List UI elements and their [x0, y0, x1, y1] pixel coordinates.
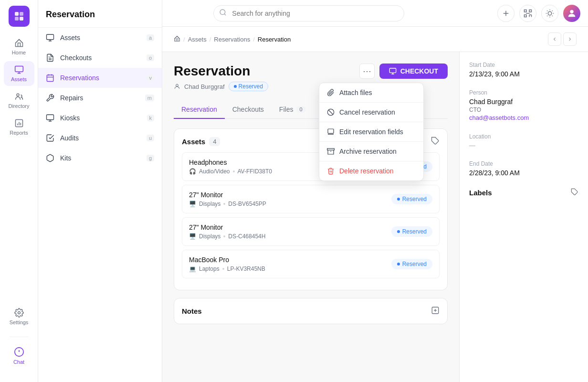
topbar	[162, 0, 588, 27]
dropdown-attach-label: Attach files	[339, 89, 372, 96]
svg-line-31	[547, 11, 547, 11]
notes-title: Notes	[182, 307, 202, 315]
sidebar-item-kiosks-shortcut: k	[147, 115, 155, 121]
nav-assets[interactable]: Assets	[4, 61, 34, 86]
sidebar-item-assets-shortcut: a	[147, 34, 154, 41]
dropdown-archive[interactable]: Archive reservation	[319, 142, 423, 161]
dropdown-delete[interactable]: Delete reservation	[319, 161, 423, 180]
tab-checkouts[interactable]: Checkouts	[225, 101, 272, 119]
tab-reservation[interactable]: Reservation	[174, 101, 225, 119]
breadcrumb-home-icon[interactable]	[174, 35, 180, 43]
sidebar-item-repairs[interactable]: Repairs m	[38, 88, 162, 108]
breadcrumb-sep-2: /	[210, 36, 211, 43]
dot-1	[223, 203, 225, 205]
breadcrumb-reservation: Reservation	[258, 36, 291, 43]
sidebar-item-kits[interactable]: Kits g	[38, 148, 162, 168]
right-panel: Start Date 2/13/23, 9:00 AM Person Chad …	[459, 52, 588, 382]
asset-row-macbook[interactable]: MacBook Pro 💻 Laptops LP-KV3R45NB Reserv…	[182, 250, 440, 278]
sidebar-item-audits-label: Audits	[60, 134, 79, 142]
notes-header: Notes	[182, 306, 440, 316]
svg-rect-5	[15, 66, 23, 72]
svg-point-8	[18, 312, 20, 314]
user-avatar[interactable]	[563, 5, 580, 22]
person-name-value: Chad Burggraf	[469, 98, 578, 106]
svg-line-41	[328, 110, 333, 114]
sidebar-item-audits[interactable]: Audits u	[38, 128, 162, 148]
asset-category-0: Audio/Video	[199, 168, 230, 175]
edit-icon	[327, 128, 335, 136]
labels-section: Labels	[469, 188, 578, 197]
app-logo[interactable]	[9, 6, 30, 27]
assets-card-title: Assets 4	[182, 137, 220, 146]
page-meta: Chad Burggraf Reserved	[174, 82, 268, 91]
sidebar-item-kiosks[interactable]: Kiosks k	[38, 108, 162, 128]
search-input[interactable]	[213, 5, 404, 21]
breadcrumb-nav	[548, 32, 577, 46]
end-date-label: End Date	[469, 160, 578, 167]
checkout-button[interactable]: CHECKOUT	[379, 64, 448, 79]
dropdown-cancel[interactable]: Cancel reservation	[319, 103, 423, 122]
svg-point-28	[548, 11, 552, 15]
more-options-button[interactable]: ⋯	[359, 64, 375, 79]
sidebar-item-assets-label: Assets	[60, 34, 80, 42]
sidebar: Reservation Assets a Checkouts o Reserva…	[38, 0, 162, 382]
person-email[interactable]: chad@assetbots.com	[469, 114, 529, 121]
breadcrumb-assets[interactable]: Assets	[188, 36, 207, 43]
svg-rect-2	[15, 17, 19, 21]
add-button[interactable]	[497, 5, 514, 22]
asset-row-monitor-2[interactable]: 27" Monitor 🖥️ Displays DS-C468454H Rese…	[182, 217, 440, 246]
sidebar-item-kits-shortcut: g	[147, 155, 154, 161]
tab-checkouts-label: Checkouts	[232, 106, 264, 113]
nav-directory[interactable]: Directory	[4, 88, 34, 113]
asset-tag-3: LP-KV3R45NB	[227, 265, 265, 272]
dropdown-edit[interactable]: Edit reservation fields	[319, 122, 423, 141]
nav-home[interactable]: Home	[4, 34, 34, 59]
asset-tag-0: AV-FFID38T0	[238, 168, 272, 175]
breadcrumb-reservations[interactable]: Reservations	[214, 36, 250, 43]
asset-name-headphones: Headphones	[189, 159, 272, 166]
sidebar-item-reservations-label: Reservations	[60, 74, 99, 82]
assets-tag-button[interactable]	[431, 137, 440, 147]
sidebar-item-assets[interactable]: Assets a	[38, 28, 162, 48]
sidebar-item-reservations[interactable]: Reservations v	[38, 68, 162, 88]
sidebar-title: Reservation	[38, 0, 162, 28]
svg-point-37	[570, 10, 573, 13]
nav-settings[interactable]: Settings	[4, 304, 34, 329]
breadcrumb-sep-3: /	[253, 36, 255, 43]
svg-rect-44	[327, 149, 335, 150]
trash-icon	[327, 167, 335, 175]
theme-toggle[interactable]	[541, 5, 558, 22]
svg-rect-21	[524, 10, 526, 12]
page-header: Reservation Chad Burggraf Reserved	[174, 64, 448, 91]
tab-files-count: 0	[296, 106, 305, 113]
dropdown-attach[interactable]: Attach files	[319, 83, 423, 102]
paperclip-icon	[327, 89, 335, 96]
breadcrumb-back[interactable]	[548, 32, 561, 46]
sidebar-item-checkouts[interactable]: Checkouts o	[38, 48, 162, 68]
labels-tag-button[interactable]	[571, 188, 578, 197]
svg-line-32	[552, 15, 553, 16]
asset-category-3: Laptops	[199, 265, 220, 272]
add-note-button[interactable]	[431, 306, 440, 316]
location-label: Location	[469, 133, 578, 140]
page-title: Reservation	[174, 64, 268, 79]
asset-info-macbook: MacBook Pro 💻 Laptops LP-KV3R45NB	[189, 256, 265, 272]
dot-0	[233, 170, 235, 172]
asset-status-3: Reserved	[391, 259, 432, 269]
nav-reports[interactable]: Reports	[4, 115, 34, 139]
location-value: —	[469, 142, 578, 149]
nav-chat[interactable]: Chat	[4, 343, 34, 369]
sidebar-item-repairs-label: Repairs	[60, 94, 83, 102]
nav-chat-label: Chat	[13, 359, 24, 365]
svg-point-18	[220, 10, 225, 15]
assets-count: 4	[209, 137, 220, 146]
start-date-label: Start Date	[469, 62, 578, 68]
asset-meta-headphones: 🎧 Audio/Video AV-FFID38T0	[189, 168, 272, 175]
assets-title-text: Assets	[182, 138, 205, 146]
asset-row-monitor-1[interactable]: 27" Monitor 🖥️ Displays DS-BV6545PP Rese…	[182, 185, 440, 213]
breadcrumb-forward[interactable]	[563, 32, 577, 46]
tab-files[interactable]: Files 0	[272, 101, 314, 119]
svg-rect-42	[328, 129, 334, 133]
asset-info-headphones: Headphones 🎧 Audio/Video AV-FFID38T0	[189, 159, 272, 175]
scan-button[interactable]	[519, 5, 536, 22]
